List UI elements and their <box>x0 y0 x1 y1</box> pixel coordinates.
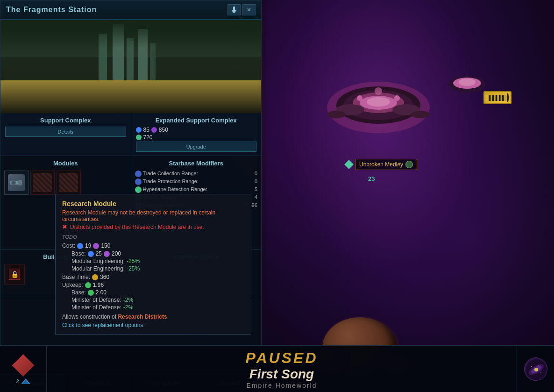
ship-anchor-icon <box>405 161 413 168</box>
cards-row: Support Complex Details Expanded Support… <box>0 113 261 156</box>
expanded-support-title: Expanded Support Complex <box>136 117 257 124</box>
time-icon <box>92 274 98 280</box>
eng2-val: -25% <box>127 265 140 272</box>
support-complex-card: Support Complex Details <box>0 113 131 156</box>
starbase-modifiers-title: Starbase Modifiers <box>135 160 258 167</box>
module-locked-slot-2[interactable] <box>57 171 81 195</box>
space-area: Unbroken Medley 23 ▌▌▌▌▌ <box>266 0 554 345</box>
minister1-label: Minister of Defense: <box>71 297 121 303</box>
tooltip-warning: Research Module may not be destroyed or … <box>62 209 244 222</box>
cost-val2: 150 <box>101 242 110 249</box>
rank-value: 2 <box>16 378 19 384</box>
svg-rect-20 <box>0 80 261 113</box>
module-cannon-slot[interactable] <box>4 171 28 195</box>
building-locked-slot[interactable]: 🔒 <box>4 264 25 285</box>
resource-animal-icon <box>507 93 509 102</box>
minister2-label: Minister of Defense: <box>71 304 121 311</box>
small-ship <box>444 70 490 98</box>
eng1-row: Modular Engineering: -25% <box>71 258 244 264</box>
res-purple-icon <box>151 127 157 133</box>
res-blue-icon <box>136 127 142 133</box>
empire-name: First Song <box>249 367 314 382</box>
base-purple-icon <box>104 251 110 257</box>
svg-line-27 <box>94 20 116 24</box>
tooltip-section: TODO <box>62 234 244 240</box>
svg-rect-26 <box>150 43 156 80</box>
status-bar: 2 Paused First Song Empire Homeworld <box>0 345 554 392</box>
expanded-support-card: Expanded Support Complex 85 850 720 Upgr… <box>131 113 262 156</box>
details-button[interactable]: Details <box>5 127 126 137</box>
support-complex-title: Support Complex <box>5 117 126 124</box>
upgrade-button[interactable]: Upgrade <box>136 142 257 152</box>
svg-point-9 <box>411 111 430 118</box>
module-locked-slot-1[interactable] <box>30 171 55 195</box>
tooltip-error: ✖ Districts provided by this Research Mo… <box>62 223 244 230</box>
base-time-label: Base Time: <box>62 274 90 280</box>
mod-icon-blue-2 <box>135 178 142 185</box>
mod-icon-blue <box>135 171 142 177</box>
svg-rect-25 <box>138 29 148 80</box>
expanded-res2-row: 720 <box>136 134 257 141</box>
x-icon: ✖ <box>62 223 67 230</box>
striped-icon-1 <box>33 173 52 192</box>
svg-point-15 <box>459 78 476 86</box>
paused-label: Paused <box>246 349 318 367</box>
eng1-val: -25% <box>127 258 140 264</box>
galaxy-area[interactable] <box>517 346 554 392</box>
res-green-icon <box>136 135 142 140</box>
cannon-icon <box>8 174 25 191</box>
svg-point-11 <box>394 95 400 101</box>
tooltip-panel: Research Module Research Module may not … <box>55 194 251 335</box>
cost-label: Cost: <box>62 242 75 249</box>
module-icons-row <box>4 171 127 195</box>
tooltip-title: Research Module <box>62 200 244 207</box>
cost-blue-icon <box>77 243 83 249</box>
expanded-res1-row: 85 850 <box>136 127 257 133</box>
svg-point-32 <box>12 181 15 184</box>
cost-purple-icon <box>93 243 99 249</box>
upkeep-base-row: Base: 2.00 <box>71 289 244 296</box>
res2-val: 850 <box>159 127 168 133</box>
base-blue-icon <box>88 251 94 257</box>
svg-point-8 <box>327 111 346 118</box>
res3-val: 720 <box>143 134 153 141</box>
allows-row: Allows construction of Research District… <box>62 314 244 320</box>
title-bar: The Fragments Station ✕ <box>0 0 261 20</box>
svg-rect-30 <box>18 180 22 185</box>
svg-rect-16 <box>233 7 235 10</box>
res1-val: 85 <box>143 127 149 133</box>
base-val2: 200 <box>112 250 121 257</box>
base-label: Base: <box>71 250 86 257</box>
svg-point-40 <box>540 372 541 373</box>
ship-diamond-icon <box>344 160 354 169</box>
minister2-val: -2% <box>123 304 133 311</box>
base-row: Base: 25 200 <box>71 250 244 257</box>
eng2-label: Modular Engineering: <box>71 265 125 272</box>
svg-point-5 <box>367 97 390 107</box>
station-image <box>0 20 261 113</box>
upkeep-base-icon <box>88 290 94 296</box>
svg-rect-23 <box>113 24 124 80</box>
upkeep-base-val: 2.00 <box>96 289 107 296</box>
replacement-link[interactable]: Click to see replacement options <box>62 322 244 328</box>
close-button[interactable]: ✕ <box>242 4 256 15</box>
eng2-row: Modular Engineering: -25% <box>71 265 244 272</box>
upkeep-val: 1.96 <box>93 282 104 288</box>
galaxy-icon <box>524 357 547 381</box>
svg-point-10 <box>357 95 362 101</box>
svg-point-38 <box>534 368 538 371</box>
ship-name-box[interactable]: Unbroken Medley <box>355 159 417 170</box>
pin-button[interactable] <box>227 4 241 15</box>
striped-icon-2 <box>59 173 78 192</box>
allows-label: Allows construction of <box>62 314 116 320</box>
faction-area: 2 <box>0 346 47 392</box>
modules-title: Modules <box>4 160 127 167</box>
minister1-row: Minister of Defense: -2% <box>71 297 244 303</box>
upkeep-base-label: Base: <box>71 289 86 296</box>
svg-rect-24 <box>127 38 134 80</box>
panel-title: The Fragments Station <box>6 6 97 14</box>
svg-line-28 <box>116 20 141 24</box>
ship-label-group: Unbroken Medley <box>346 159 417 170</box>
svg-point-41 <box>538 365 539 366</box>
svg-marker-17 <box>232 10 236 13</box>
